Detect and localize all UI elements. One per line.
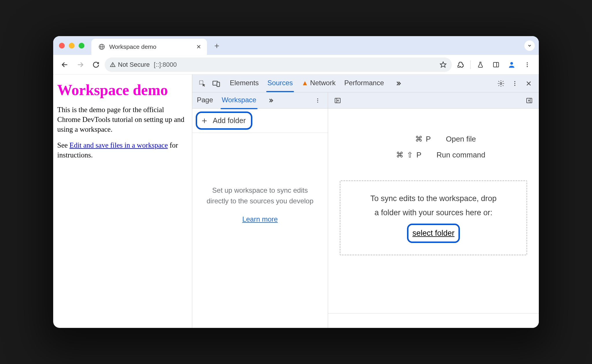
window-controls <box>59 43 84 49</box>
add-folder-row: ＋ Add folder <box>192 109 328 133</box>
svg-rect-14 <box>199 81 203 84</box>
device-toolbar-button[interactable] <box>211 78 222 89</box>
shortcuts-hint: ⌘ P Open file ⌘ ⇧ P Run command <box>328 135 539 159</box>
svg-point-24 <box>317 100 318 101</box>
dropzone-line2: a folder with your sources here or: <box>349 206 518 220</box>
shortcut-keys: ⌘ ⇧ P <box>382 151 422 159</box>
new-tab-button[interactable]: ＋ <box>212 40 222 51</box>
minimize-window-button[interactable] <box>69 43 75 49</box>
svg-point-17 <box>500 82 502 84</box>
forward-button[interactable] <box>73 58 87 72</box>
svg-rect-8 <box>493 62 499 67</box>
svg-point-23 <box>317 98 318 99</box>
shortcut-label: Open file <box>446 135 476 144</box>
warning-icon <box>110 62 116 68</box>
add-folder-label: Add folder <box>213 116 246 125</box>
svg-point-18 <box>514 81 515 82</box>
tab-title: Workspace demo <box>109 43 192 50</box>
learn-more-link[interactable]: Learn more <box>242 214 278 224</box>
address-bar[interactable]: Not Secure [::]:8000 <box>105 57 452 72</box>
close-devtools-button[interactable] <box>523 78 534 89</box>
bookmark-button[interactable] <box>440 61 447 68</box>
svg-point-10 <box>510 62 513 64</box>
shortcut-run-command: ⌘ ⇧ P Run command <box>382 151 485 159</box>
more-navigator-tabs-button[interactable] <box>265 95 276 106</box>
toggle-debugger-button[interactable] <box>524 95 535 106</box>
back-button[interactable] <box>58 58 72 72</box>
more-tabs-button[interactable] <box>393 78 404 89</box>
tab-network[interactable]: ▲Network <box>301 79 336 88</box>
devtools-main-tabs: Elements Sources ▲Network Performance <box>230 78 404 89</box>
close-tab-button[interactable]: ✕ <box>196 43 201 50</box>
maximize-window-button[interactable] <box>79 43 84 49</box>
workspace-docs-link[interactable]: Edit and save files in a workspace <box>69 141 168 149</box>
svg-point-6 <box>113 66 113 66</box>
settings-button[interactable] <box>495 78 506 89</box>
workspace-hint: Set up workspace to sync edits directly … <box>192 185 328 225</box>
svg-point-12 <box>527 64 528 65</box>
editor-toolbar <box>328 92 539 109</box>
svg-point-25 <box>317 102 318 103</box>
workspace-hint-text: Set up workspace to sync edits directly … <box>201 185 319 206</box>
profile-button[interactable] <box>505 58 519 72</box>
svg-point-13 <box>527 66 528 67</box>
devtools-body: Page Workspace ＋ Add folder <box>192 92 539 328</box>
page-viewport: Workspace demo This is the demo page for… <box>53 75 192 328</box>
svg-rect-16 <box>217 82 219 86</box>
toggle-navigator-button[interactable] <box>332 95 343 106</box>
devtools-panel: Elements Sources ▲Network Performance <box>192 75 539 328</box>
devtools-menu-button[interactable] <box>509 78 520 89</box>
svg-marker-7 <box>440 62 446 67</box>
navigator-tabs: Page Workspace <box>192 92 328 109</box>
tab-strip: Workspace demo ✕ ＋ <box>53 36 539 55</box>
warning-icon: ▲ <box>301 79 308 87</box>
security-indicator[interactable]: Not Secure <box>110 61 150 68</box>
sources-navigator: Page Workspace ＋ Add folder <box>192 92 328 328</box>
shortcut-open-file: ⌘ P Open file <box>391 135 476 144</box>
plus-icon: ＋ <box>200 115 209 127</box>
tab-search-button[interactable] <box>524 40 535 51</box>
page-heading: Workspace demo <box>57 81 188 99</box>
browser-window: Workspace demo ✕ ＋ Not Secure [::]:8000 <box>53 36 539 328</box>
dropzone-line1: To sync edits to the workspace, drop <box>349 192 518 206</box>
tab-performance[interactable]: Performance <box>344 79 384 88</box>
navigator-menu-button[interactable] <box>312 95 323 106</box>
close-window-button[interactable] <box>59 43 65 49</box>
select-folder-button[interactable]: select folder <box>407 224 460 243</box>
labs-button[interactable] <box>473 58 487 72</box>
url-text: [::]:8000 <box>154 61 177 68</box>
tab-workspace[interactable]: Workspace <box>222 96 256 105</box>
workspace-dropzone[interactable]: To sync edits to the workspace, drop a f… <box>340 180 527 255</box>
sources-editor-pane: ⌘ P Open file ⌘ ⇧ P Run command To sync … <box>328 92 539 328</box>
menu-button[interactable] <box>520 58 534 72</box>
add-folder-button[interactable]: ＋ Add folder <box>196 112 252 130</box>
editor-bottom-separator <box>328 313 539 313</box>
toolbar-divider <box>470 60 471 69</box>
reload-button[interactable] <box>89 58 103 72</box>
svg-point-19 <box>514 83 515 84</box>
tab-sources[interactable]: Sources <box>267 79 293 88</box>
shortcut-keys: ⌘ P <box>391 135 431 144</box>
shortcut-label: Run command <box>436 151 485 159</box>
tab-elements[interactable]: Elements <box>230 79 259 88</box>
extensions-button[interactable] <box>454 58 467 72</box>
tab-page[interactable]: Page <box>197 96 213 105</box>
inspect-element-button[interactable] <box>197 78 208 89</box>
page-link-paragraph: See Edit and save files in a workspace f… <box>57 140 188 160</box>
svg-point-11 <box>527 62 528 63</box>
svg-point-20 <box>514 85 515 86</box>
browser-toolbar: Not Secure [::]:8000 <box>53 55 539 75</box>
content-area: Workspace demo This is the demo page for… <box>53 75 539 328</box>
page-intro: This is the demo page for the official C… <box>57 105 188 134</box>
side-panel-button[interactable] <box>489 58 503 72</box>
security-text: Not Secure <box>118 61 150 68</box>
browser-tab[interactable]: Workspace demo ✕ <box>91 39 207 55</box>
globe-icon <box>98 43 105 50</box>
devtools-toolbar: Elements Sources ▲Network Performance <box>192 75 539 92</box>
